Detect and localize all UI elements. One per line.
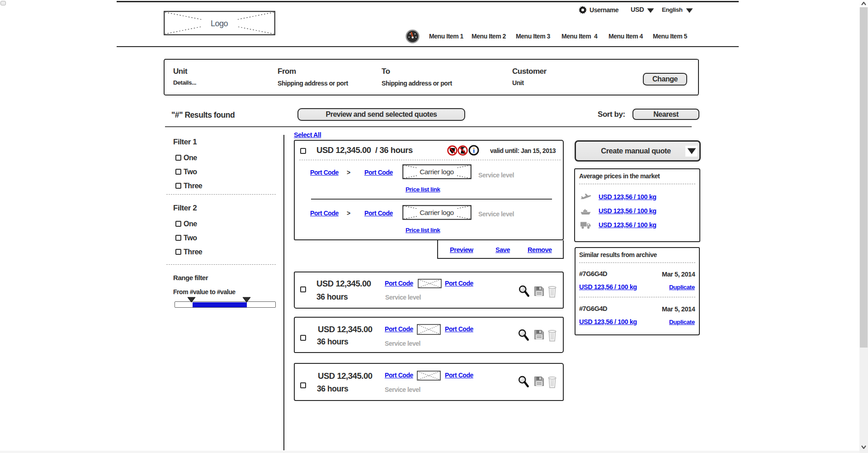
svg-text:Carrier logo: Carrier logo: [420, 209, 454, 216]
svg-text:Logo: Logo: [211, 19, 228, 28]
svg-text:Carrier logo: Carrier logo: [420, 168, 454, 176]
